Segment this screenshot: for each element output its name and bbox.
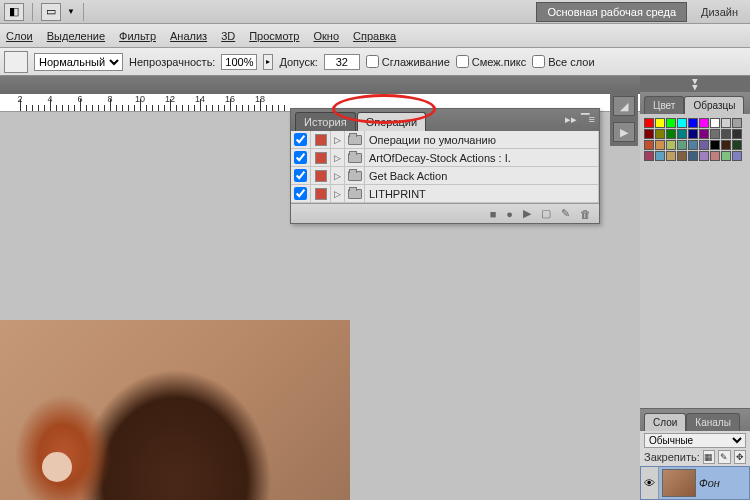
swatch[interactable] (721, 129, 731, 139)
swatch[interactable] (699, 129, 709, 139)
swatch[interactable] (688, 151, 698, 161)
screen-mode-button[interactable]: ▭ (41, 3, 61, 21)
toggle-checkbox[interactable] (291, 167, 311, 184)
dialog-toggle[interactable] (311, 149, 331, 166)
swatch[interactable] (721, 151, 731, 161)
dock-icon-1[interactable]: ◢ (613, 96, 635, 116)
swatch[interactable] (677, 140, 687, 150)
swatch[interactable] (666, 118, 676, 128)
swatch[interactable] (699, 118, 709, 128)
menu-select[interactable]: Выделение (47, 30, 105, 42)
action-set-row[interactable]: ▷Get Back Action (291, 167, 599, 185)
swatch[interactable] (710, 140, 720, 150)
swatch[interactable] (688, 140, 698, 150)
tab-actions[interactable]: Операции (357, 112, 426, 131)
swatch[interactable] (666, 151, 676, 161)
workspace-button[interactable]: Основная рабочая среда (536, 2, 687, 22)
record-icon[interactable]: ● (506, 208, 513, 220)
swatch[interactable] (666, 129, 676, 139)
layer-blend-select[interactable]: Обычные (644, 433, 746, 448)
visibility-icon[interactable]: 👁 (641, 467, 659, 499)
swatch[interactable] (710, 151, 720, 161)
tab-history[interactable]: История (295, 112, 356, 131)
swatch[interactable] (655, 151, 665, 161)
swatch[interactable] (710, 118, 720, 128)
dialog-toggle[interactable] (311, 185, 331, 202)
menu-view[interactable]: Просмотр (249, 30, 299, 42)
swatch[interactable] (666, 140, 676, 150)
layer-row[interactable]: 👁 Фон (640, 466, 750, 500)
action-set-row[interactable]: ▷LITHPRINT (291, 185, 599, 203)
design-label[interactable]: Дизайн (693, 6, 746, 18)
toggle-checkbox[interactable] (291, 185, 311, 202)
expand-icon[interactable]: ▷ (331, 131, 345, 148)
tab-color[interactable]: Цвет (644, 96, 684, 114)
swatch[interactable] (644, 140, 654, 150)
swatch[interactable] (732, 129, 742, 139)
tab-swatches[interactable]: Образцы (684, 96, 744, 114)
collapse-icon[interactable]: ▸▸ (689, 78, 702, 90)
layer-name[interactable]: Фон (699, 477, 749, 489)
swatch[interactable] (644, 151, 654, 161)
layer-thumbnail[interactable] (662, 469, 696, 497)
canvas-image[interactable] (0, 320, 350, 500)
panel-menu-icon[interactable]: ▔≡ (581, 113, 595, 126)
play-icon[interactable]: ▶ (523, 207, 531, 220)
menu-filter[interactable]: Фильтр (119, 30, 156, 42)
swatch[interactable] (644, 118, 654, 128)
expand-icon[interactable]: ▷ (331, 185, 345, 202)
menu-3d[interactable]: 3D (221, 30, 235, 42)
swatch[interactable] (677, 118, 687, 128)
expand-icon[interactable]: ▷ (331, 167, 345, 184)
menu-window[interactable]: Окно (313, 30, 339, 42)
swatch[interactable] (721, 140, 731, 150)
new-set-icon[interactable]: ▢ (541, 207, 551, 220)
action-set-row[interactable]: ▷Операции по умолчанию (291, 131, 599, 149)
toggle-checkbox[interactable] (291, 131, 311, 148)
swatch[interactable] (732, 140, 742, 150)
menu-layers[interactable]: Слои (6, 30, 33, 42)
toggle-checkbox[interactable] (291, 149, 311, 166)
lock-position-icon[interactable]: ✥ (734, 450, 746, 464)
opacity-input[interactable] (221, 54, 257, 70)
swatch[interactable] (655, 118, 665, 128)
all-layers-checkbox[interactable]: Все слои (532, 55, 594, 68)
swatch[interactable] (732, 151, 742, 161)
app-icon[interactable]: ◧ (4, 3, 24, 21)
tab-layers[interactable]: Слои (644, 413, 686, 431)
swatch[interactable] (721, 118, 731, 128)
opacity-arrow[interactable]: ▸ (263, 54, 273, 70)
panel-collapse-icon[interactable]: ▸▸ (565, 113, 577, 126)
swatch[interactable] (677, 151, 687, 161)
tolerance-input[interactable] (324, 54, 360, 70)
menu-analysis[interactable]: Анализ (170, 30, 207, 42)
dock-icon-2[interactable]: ▶ (613, 122, 635, 142)
blend-mode-select[interactable]: Нормальный (34, 53, 123, 71)
swatch[interactable] (688, 129, 698, 139)
contiguous-checkbox[interactable]: Смеж.пикс (456, 55, 526, 68)
swatch[interactable] (677, 129, 687, 139)
tool-preview[interactable] (4, 51, 28, 73)
swatch[interactable] (732, 118, 742, 128)
swatch[interactable] (655, 140, 665, 150)
new-action-icon[interactable]: ✎ (561, 207, 570, 220)
stop-icon[interactable]: ■ (490, 208, 497, 220)
action-set-name[interactable]: Операции по умолчанию (365, 131, 599, 148)
lock-pixels-icon[interactable]: ✎ (718, 450, 730, 464)
swatch[interactable] (699, 140, 709, 150)
antialias-checkbox[interactable]: Сглаживание (366, 55, 450, 68)
swatch[interactable] (710, 129, 720, 139)
dialog-toggle[interactable] (311, 131, 331, 148)
swatch[interactable] (644, 129, 654, 139)
action-set-name[interactable]: LITHPRINT (365, 185, 599, 202)
swatch[interactable] (688, 118, 698, 128)
action-set-row[interactable]: ▷ArtOfDecay-Stock Actions : I. (291, 149, 599, 167)
trash-icon[interactable]: 🗑 (580, 208, 591, 220)
action-set-name[interactable]: Get Back Action (365, 167, 599, 184)
expand-icon[interactable]: ▷ (331, 149, 345, 166)
swatch[interactable] (655, 129, 665, 139)
action-set-name[interactable]: ArtOfDecay-Stock Actions : I. (365, 149, 599, 166)
swatch[interactable] (699, 151, 709, 161)
tab-channels[interactable]: Каналы (686, 413, 740, 431)
menu-help[interactable]: Справка (353, 30, 396, 42)
